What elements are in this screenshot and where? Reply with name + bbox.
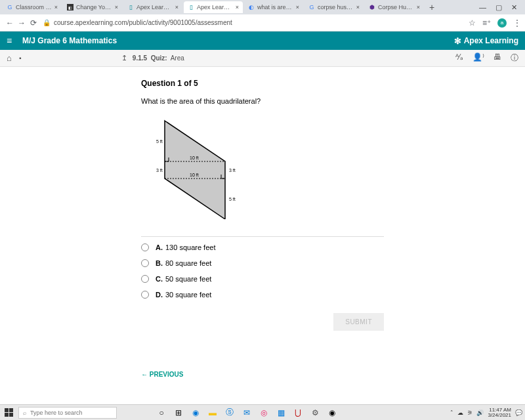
google-icon: G (7, 4, 13, 10)
browser-tab[interactable]: Gcorpse husband× (304, 1, 364, 13)
close-icon[interactable]: × (236, 4, 239, 10)
label-mid-right: 3 ft (229, 168, 236, 173)
search-icon: ⌕ (23, 410, 26, 416)
maximize-icon[interactable]: ▢ (495, 3, 502, 12)
onedrive-icon[interactable]: ☁ (457, 410, 463, 416)
notifications-icon[interactable]: 💬 (515, 410, 522, 416)
print-icon[interactable]: 🖶 (494, 52, 501, 64)
sub-toolbar: ⌂ 🞍 ↥ 9.1.5 Quiz: Area ᴬ⁄ₐ 👤⁾ 🖶 ⓘ (0, 50, 525, 67)
menu-hamburger-icon[interactable]: ≡ (7, 35, 18, 46)
previous-link[interactable]: ← PREVIOUS (141, 371, 183, 378)
taskbar-search[interactable]: ⌕ Type here to search (18, 407, 117, 419)
course-title: M/J Grade 6 Mathematics (22, 36, 117, 45)
close-window-icon[interactable]: ✕ (511, 3, 517, 12)
google-icon: G (308, 4, 315, 10)
close-icon[interactable]: × (417, 4, 420, 10)
answer-option[interactable]: C. 50 square feet (141, 275, 384, 283)
browser-tab[interactable]: ▯Apex Learning× (184, 1, 243, 13)
apex-icon: ▯ (127, 4, 134, 10)
translate-icon[interactable]: ᴬ⁄ₐ (455, 52, 463, 64)
label-mid-top: 10 ft (190, 156, 199, 160)
reading-list-icon[interactable]: ≡⁺ (482, 18, 491, 28)
system-tray[interactable]: ˄ ☁ ⚞ 🔊 11:47 AM 3/24/2021 💬 (450, 408, 522, 418)
new-tab-button[interactable]: + (425, 2, 438, 12)
menu-icon[interactable]: ⋮ (513, 18, 521, 28)
radio-icon[interactable] (141, 243, 149, 251)
url-text[interactable]: course.apexlearning.com/public/activity/… (51, 19, 469, 26)
home-icon[interactable]: ⌂ (7, 53, 12, 63)
answer-option[interactable]: A. 130 square feet (141, 243, 384, 251)
volume-icon[interactable]: 🔊 (476, 410, 484, 416)
close-icon[interactable]: × (54, 4, 58, 10)
label-bottom-right: 5 ft (229, 197, 236, 201)
edge-icon[interactable]: ◉ (190, 408, 201, 418)
browser-tab[interactable]: ◐what is area of× (244, 1, 303, 13)
question-figure: 5 ft 3 ft 10 ft 10 ft 3 ft 5 ft (145, 114, 250, 219)
browser-tab[interactable]: ⬢Corpse Husban× (365, 1, 424, 13)
browser-tab[interactable]: ▯Apex Learning× (123, 1, 182, 13)
forward-icon[interactable]: → (16, 18, 28, 28)
close-icon[interactable]: × (296, 4, 299, 10)
answer-options: A. 130 square feet B. 80 square feet C. … (141, 243, 384, 299)
browser-address-bar: ← → ⟳ 🔒 course.apexlearning.com/public/a… (0, 14, 525, 32)
back-icon[interactable]: ← (4, 18, 16, 28)
submit-button[interactable]: SUBMIT (333, 313, 384, 331)
radio-icon[interactable] (141, 259, 149, 267)
task-view-icon[interactable]: ⊞ (173, 408, 184, 418)
read-aloud-icon[interactable]: 👤⁾ (472, 52, 484, 64)
question-title: Question 1 of 5 (141, 79, 384, 88)
divider (141, 236, 384, 237)
settings-icon[interactable]: ⚙ (310, 408, 320, 418)
browser-tabstrip: GClassroom | Goo× ◧Change Your Pa× ▯Apex… (0, 0, 525, 14)
explorer-icon[interactable]: ▬ (207, 408, 218, 418)
radio-icon[interactable] (141, 275, 149, 283)
close-icon[interactable]: × (115, 4, 118, 10)
windows-start-icon[interactable] (3, 406, 16, 419)
cortana-icon[interactable]: ○ (156, 408, 167, 418)
profile-avatar[interactable]: a (497, 18, 507, 28)
windows-taskbar: ⌕ Type here to search ○ ⊞ ◉ ▬ ⓢ ✉ ◎ ▦ ⋃ … (0, 404, 525, 420)
label-mid-bottom: 10 ft (190, 173, 199, 177)
store-icon[interactable]: ⓢ (224, 408, 235, 418)
label-mid-left: 3 ft (156, 168, 163, 173)
star-icon[interactable]: ☆ (469, 18, 476, 28)
search-placeholder: Type here to search (30, 410, 83, 416)
mail-icon[interactable]: ✉ (242, 408, 252, 418)
wifi-icon[interactable]: ⚞ (467, 410, 472, 416)
close-icon[interactable]: × (356, 4, 360, 10)
favicon-icon: ⬢ (369, 4, 375, 10)
breadcrumb: 9.1.5 Quiz: Area (133, 54, 184, 62)
answer-option[interactable]: D. 30 square feet (141, 291, 384, 299)
tray-chevron-icon[interactable]: ˄ (450, 410, 453, 416)
loading-icon: ◐ (248, 4, 255, 10)
close-icon[interactable]: × (175, 4, 178, 10)
browser-tab[interactable]: ◧Change Your Pa× (63, 1, 122, 13)
brand-icon: ✻ (454, 36, 461, 46)
lock-icon: 🔒 (42, 19, 51, 26)
ms-store-icon[interactable]: ▦ (276, 408, 286, 418)
apex-header: ≡ M/J Grade 6 Mathematics ✻ Apex Learnin… (0, 32, 525, 50)
chrome-icon[interactable]: ◉ (327, 408, 337, 418)
app-icon[interactable]: ◎ (259, 408, 269, 418)
reload-icon[interactable]: ⟳ (28, 18, 39, 28)
label-top-left: 5 ft (156, 139, 163, 144)
up-arrow-icon[interactable]: ↥ (121, 54, 127, 62)
browser-tab[interactable]: GClassroom | Goo× (3, 1, 62, 13)
minimize-icon[interactable]: — (479, 3, 486, 12)
taskbar-clock[interactable]: 11:47 AM 3/24/2021 (488, 408, 511, 418)
question-prompt: What is the area of this quadrilateral? (141, 97, 384, 105)
mcafee-icon[interactable]: ⋃ (293, 408, 303, 418)
help-icon[interactable]: ⓘ (511, 52, 518, 64)
briefcase-icon[interactable]: 🞍 (18, 53, 23, 63)
answer-option[interactable]: B. 80 square feet (141, 259, 384, 267)
favicon-icon: ◧ (67, 4, 74, 10)
content-area: Question 1 of 5 What is the area of this… (0, 67, 525, 387)
radio-icon[interactable] (141, 291, 149, 299)
apex-icon: ▯ (188, 4, 194, 10)
brand-logo[interactable]: ✻ Apex Learning (454, 36, 518, 46)
svg-marker-0 (165, 121, 225, 219)
